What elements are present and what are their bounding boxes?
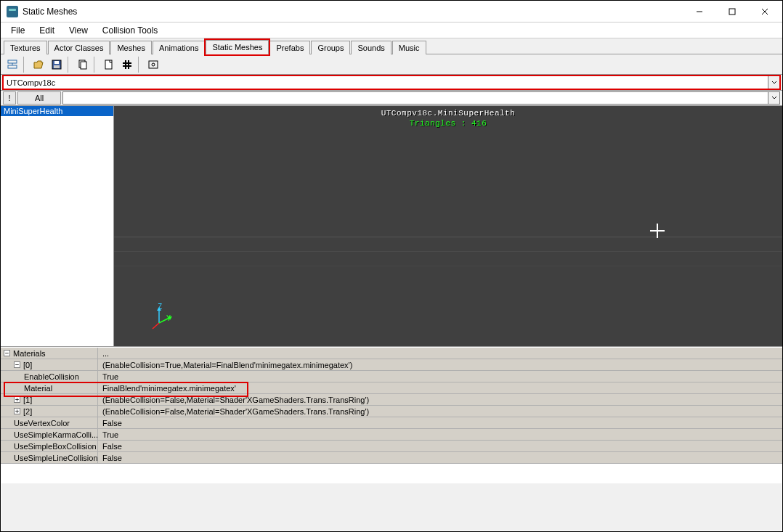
group-combo[interactable] (62, 91, 780, 105)
menu-file[interactable]: File (4, 24, 32, 37)
menu-edit[interactable]: Edit (32, 24, 62, 37)
viewport-triangle-line: Triangles : 416 (114, 119, 782, 128)
svg-rect-15 (123, 62, 131, 64)
viewport-path-line: UTCompv18c.MiniSuperHealth (114, 109, 782, 118)
tab-sounds[interactable]: Sounds (351, 41, 391, 54)
properties-button[interactable] (74, 57, 92, 73)
tab-strip: Textures Actor Classes Meshes Animations… (1, 38, 782, 54)
save-button[interactable] (48, 57, 65, 73)
mesh-list[interactable]: MiniSuperHealth (1, 106, 114, 346)
tab-static-meshes[interactable]: Static Meshes (206, 40, 269, 54)
svg-rect-5 (8, 65, 17, 68)
close-button[interactable] (748, 1, 781, 22)
toolbar (1, 54, 782, 75)
menu-collision-tools[interactable]: Collision Tools (95, 24, 165, 37)
crosshair-icon (649, 222, 666, 244)
viewport[interactable]: UTCompv18c.MiniSuperHealth Triangles : 4… (114, 106, 782, 346)
tab-meshes[interactable]: Meshes (110, 41, 152, 54)
prop-row-0[interactable]: −[0] (EnableCollision=True,Material=Fina… (1, 359, 782, 371)
axis-z-label: Z (158, 303, 162, 311)
bottom-filler (1, 483, 782, 531)
tab-prefabs[interactable]: Prefabs (269, 41, 310, 54)
app-icon (7, 6, 18, 17)
svg-rect-9 (54, 65, 60, 68)
list-item[interactable]: MiniSuperHealth (1, 106, 113, 116)
main-split: MiniSuperHealth UTCompv18c.MiniSuperHeal… (1, 106, 782, 347)
maximize-button[interactable] (715, 1, 748, 22)
prop-row-usesimplebox[interactable]: UseSimpleBoxCollision False (1, 441, 782, 452)
expand-icon[interactable]: + (14, 396, 20, 403)
filter-bar: ! All (1, 91, 782, 106)
prop-row-1[interactable]: +[1] (EnableCollision=False,Material=Sha… (1, 394, 782, 406)
tab-groups[interactable]: Groups (311, 41, 350, 54)
collapse-icon[interactable]: − (4, 350, 10, 356)
svg-rect-1 (729, 9, 735, 15)
tab-textures[interactable]: Textures (4, 41, 47, 54)
prop-row-usesimpleline[interactable]: UseSimpleLineCollision False (1, 452, 782, 464)
axis-y-label: Y (166, 314, 171, 322)
axis-gizmo: Z Y (150, 303, 179, 332)
minimize-button[interactable] (683, 1, 715, 22)
menu-view[interactable]: View (62, 24, 95, 37)
svg-rect-17 (149, 61, 158, 68)
svg-rect-14 (128, 60, 129, 69)
svg-point-18 (152, 63, 155, 66)
prop-row-usesimplekarma[interactable]: UseSimpleKarmaColli... True (1, 429, 782, 441)
open-button[interactable] (30, 57, 47, 73)
view-button[interactable] (145, 57, 162, 73)
menubar: File Edit View Collision Tools (1, 22, 782, 38)
tab-animations[interactable]: Animations (153, 41, 205, 54)
filter-toggle-button[interactable]: ! (3, 91, 16, 105)
svg-line-23 (153, 323, 159, 329)
chevron-down-icon[interactable] (768, 76, 779, 89)
svg-rect-16 (123, 65, 131, 67)
prop-row-0-material[interactable]: Material FinalBlend'minimegatex.minimega… (1, 382, 782, 394)
prop-row-materials[interactable]: −Materials ... (1, 348, 782, 359)
chevron-down-icon[interactable] (768, 92, 779, 104)
expand-icon[interactable]: + (14, 408, 20, 414)
package-combo[interactable]: UTCompv18c (3, 75, 780, 89)
svg-rect-4 (8, 60, 17, 63)
tab-music[interactable]: Music (392, 41, 426, 54)
titlebar: Static Meshes (1, 1, 782, 22)
svg-rect-12 (105, 60, 112, 69)
package-bar: UTCompv18c (1, 75, 782, 91)
window-title: Static Meshes (23, 7, 77, 17)
insert-button[interactable] (118, 57, 136, 73)
package-combo-value: UTCompv18c (7, 78, 55, 87)
prop-row-0-enable[interactable]: EnableCollision True (1, 371, 782, 382)
collapse-icon[interactable]: − (14, 361, 20, 368)
prop-row-usevertexcolor[interactable]: UseVertexColor False (1, 417, 782, 429)
svg-rect-13 (125, 60, 126, 69)
viewport-grid (114, 345, 782, 346)
tab-actor-classes[interactable]: Actor Classes (48, 41, 110, 54)
svg-rect-11 (81, 62, 86, 69)
property-grid[interactable]: −Materials ... −[0] (EnableCollision=Tru… (1, 347, 782, 464)
dock-button[interactable] (4, 57, 21, 73)
filter-all-button[interactable]: All (17, 91, 61, 105)
svg-rect-8 (54, 61, 59, 64)
prop-row-2[interactable]: +[2] (EnableCollision=False,Material=Sha… (1, 406, 782, 417)
new-button[interactable] (100, 57, 118, 73)
